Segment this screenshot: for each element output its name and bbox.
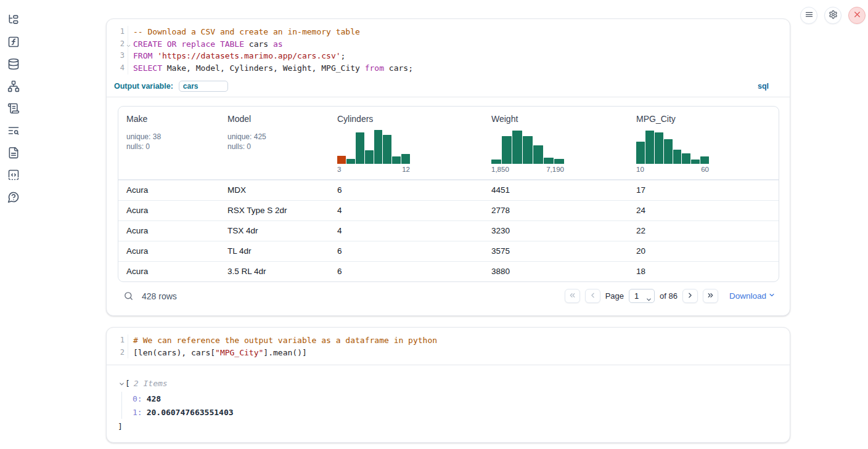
page-total: of 86 xyxy=(660,291,678,301)
language-badge: sql xyxy=(758,82,769,91)
axis-max-label: 60 xyxy=(701,166,709,173)
menu-button[interactable] xyxy=(800,7,817,24)
table-search-button[interactable] xyxy=(123,291,134,302)
sidebar-item-logs[interactable] xyxy=(7,124,20,137)
stat-unique: unique: 425 xyxy=(227,132,323,142)
stat-nulls: nulls: 0 xyxy=(126,142,213,152)
histogram-bar xyxy=(636,142,645,164)
histogram-bar xyxy=(655,132,663,164)
file-text-icon xyxy=(7,152,20,161)
line-number: 1 xyxy=(107,334,128,347)
settings-button[interactable] xyxy=(824,7,841,24)
line-number: 1 xyxy=(107,26,128,38)
histogram-bar xyxy=(512,131,522,164)
weight-histogram: 1,850 7,190 xyxy=(491,129,564,173)
output-variable-input[interactable] xyxy=(179,81,228,92)
column-header-make[interactable]: Make unique: 38 nulls: 0 xyxy=(118,107,219,179)
next-page-button[interactable] xyxy=(682,289,698,303)
chevron-left-icon xyxy=(589,291,597,301)
column-header-cylinders[interactable]: Cylinders 3 12 xyxy=(329,107,483,179)
table-footer: 428 rows Page 1 of 86 xyxy=(118,282,779,309)
items-count-label: 2 Items xyxy=(134,379,168,388)
output-variable-row: Output variable: sql xyxy=(107,79,790,97)
shutdown-button[interactable] xyxy=(848,7,866,24)
histogram-bar xyxy=(664,139,673,164)
scroll-icon xyxy=(7,107,20,116)
open-bracket: [ xyxy=(125,379,130,388)
sidebar-item-file-explorer[interactable] xyxy=(7,14,20,26)
axis-min-label: 1,850 xyxy=(491,166,509,173)
sidebar-item-scratchpad[interactable] xyxy=(7,102,20,115)
axis-min-label: 10 xyxy=(636,166,644,173)
axis-max-label: 12 xyxy=(402,166,410,173)
previous-page-button[interactable] xyxy=(585,289,600,303)
mpg-city-histogram: 10 60 xyxy=(636,129,709,173)
sidebar-item-documentation[interactable] xyxy=(7,147,20,159)
line-number: 3 xyxy=(107,50,128,62)
gear-icon xyxy=(829,10,838,21)
tree-children: 0: 428 1: 20.060747663551403 xyxy=(121,392,779,419)
stat-nulls: nulls: 0 xyxy=(227,142,323,152)
code-line: 1 -- Download a CSV and create an in-mem… xyxy=(107,26,790,38)
table-row: AcuraRSX Type S 2dr4277824 xyxy=(118,200,779,220)
histogram-bar xyxy=(523,136,533,163)
column-header-weight[interactable]: Weight 1,850 7,190 xyxy=(483,107,628,179)
tree-collapse-button[interactable] xyxy=(118,380,125,387)
table-row: Acura3.5 RL 4dr6388018 xyxy=(118,261,779,281)
histogram-bar xyxy=(401,154,410,163)
table-row: AcuraTL 4dr6357520 xyxy=(118,241,779,261)
download-button[interactable]: Download xyxy=(729,291,776,301)
python-cell: 1 # We can reference the output variable… xyxy=(106,327,790,443)
histogram-bar xyxy=(346,159,355,163)
histogram-bar xyxy=(337,156,346,164)
first-page-button[interactable] xyxy=(565,289,580,303)
page-label: Page xyxy=(605,291,624,301)
python-code-editor[interactable]: 1 # We can reference the output variable… xyxy=(107,328,790,365)
table-header-row: Make unique: 38 nulls: 0 Model unique: 4… xyxy=(118,107,779,180)
sidebar-item-datasources[interactable] xyxy=(7,58,20,70)
table-row: AcuraMDX6445117 xyxy=(118,180,779,200)
column-header-model[interactable]: Model unique: 425 nulls: 0 xyxy=(219,107,329,179)
histogram-bar xyxy=(374,130,383,164)
sidebar-item-variables[interactable] xyxy=(7,36,20,48)
histogram-bar xyxy=(645,131,654,164)
line-number: 2 xyxy=(107,38,128,51)
item-value: 428 xyxy=(147,394,161,403)
help-bubble-icon xyxy=(7,196,20,205)
sidebar-item-snippets[interactable] xyxy=(7,169,20,181)
chevrons-right-icon xyxy=(706,291,714,301)
axis-min-label: 3 xyxy=(337,166,341,173)
page-select[interactable]: 1 xyxy=(629,289,655,303)
column-header-mpg-city[interactable]: MPG_City 10 60 xyxy=(628,107,779,179)
item-value: 20.060747663551403 xyxy=(147,408,234,417)
line-number: 2 xyxy=(107,347,128,359)
close-bracket: ] xyxy=(118,422,779,431)
chevron-down-icon xyxy=(768,291,776,301)
python-cell-output: [ 2 Items 0: 428 1: 20.060747663551403 ] xyxy=(107,365,790,442)
code-line: 2 [len(cars), cars["MPG_City"].mean()] xyxy=(107,347,790,359)
close-icon xyxy=(853,10,862,21)
histogram-bar xyxy=(383,135,391,164)
histogram-bar xyxy=(691,160,700,164)
item-key: 0: xyxy=(133,394,142,403)
sql-code-editor[interactable]: 1 -- Download a CSV and create an in-mem… xyxy=(107,19,790,75)
notebook: 1 -- Download a CSV and create an in-mem… xyxy=(106,18,790,449)
sidebar xyxy=(0,0,28,449)
window-controls xyxy=(800,7,866,24)
list-item: 0: 428 xyxy=(133,392,779,405)
sidebar-item-dependencies[interactable] xyxy=(7,80,20,92)
sql-comment: -- Download a CSV and create an in-memor… xyxy=(133,27,360,36)
page-select-wrap: 1 xyxy=(629,289,655,303)
item-key: 1: xyxy=(133,408,142,417)
fold-chevron-icon[interactable] xyxy=(126,41,131,46)
sidebar-item-help[interactable] xyxy=(7,191,20,203)
last-page-button[interactable] xyxy=(703,289,718,303)
list-item: 1: 20.060747663551403 xyxy=(133,405,779,419)
histogram-bar xyxy=(682,153,690,164)
data-table: Make unique: 38 nulls: 0 Model unique: 4… xyxy=(118,106,779,282)
row-count: 428 rows xyxy=(142,291,177,301)
histogram-bar xyxy=(502,136,512,163)
histogram-bar xyxy=(673,150,682,164)
cylinders-histogram: 3 12 xyxy=(337,129,410,173)
pagination: Page 1 of 86 xyxy=(565,289,718,303)
